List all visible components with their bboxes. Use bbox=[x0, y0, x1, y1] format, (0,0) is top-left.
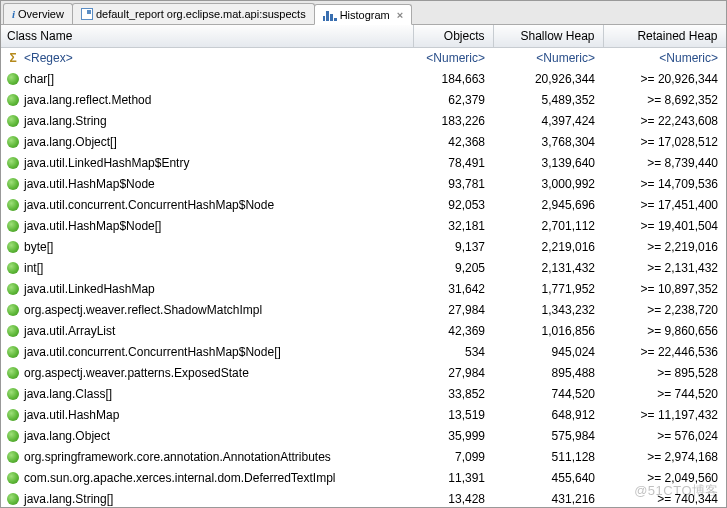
cell-retained: >= 8,692,352 bbox=[603, 90, 726, 111]
tab-histogram[interactable]: Histogram × bbox=[314, 4, 413, 25]
class-name-text: java.util.concurrent.ConcurrentHashMap$N… bbox=[24, 198, 274, 212]
col-header-retained[interactable]: Retained Heap bbox=[603, 25, 726, 48]
table-row[interactable]: byte[]9,1372,219,016>= 2,219,016 bbox=[1, 237, 726, 258]
filter-row: Σ<Regex><Numeric><Numeric><Numeric> bbox=[1, 48, 726, 69]
cell-shallow: 455,640 bbox=[493, 468, 603, 489]
class-name-text: java.util.ArrayList bbox=[24, 324, 115, 338]
cell-shallow: 3,768,304 bbox=[493, 132, 603, 153]
table-row[interactable]: java.lang.Object[]42,3683,768,304>= 17,0… bbox=[1, 132, 726, 153]
table-row[interactable]: int[]9,2052,131,432>= 2,131,432 bbox=[1, 258, 726, 279]
table-row[interactable]: java.util.HashMap13,519648,912>= 11,197,… bbox=[1, 405, 726, 426]
cell-retained: >= 17,451,400 bbox=[603, 195, 726, 216]
histogram-table-wrap: Class Name Objects Shallow Heap Retained… bbox=[1, 25, 726, 508]
class-icon bbox=[7, 157, 19, 169]
class-icon bbox=[7, 304, 19, 316]
cell-retained: >= 9,860,656 bbox=[603, 321, 726, 342]
table-row[interactable]: java.util.LinkedHashMap$Entry78,4913,139… bbox=[1, 153, 726, 174]
cell-shallow: 1,016,856 bbox=[493, 321, 603, 342]
table-row[interactable]: java.util.HashMap$Node93,7813,000,992>= … bbox=[1, 174, 726, 195]
class-icon bbox=[7, 220, 19, 232]
cell-shallow: 511,128 bbox=[493, 447, 603, 468]
cell-objects: 92,053 bbox=[413, 195, 493, 216]
cell-shallow: 895,488 bbox=[493, 363, 603, 384]
cell-shallow: 744,520 bbox=[493, 384, 603, 405]
cell-objects: 93,781 bbox=[413, 174, 493, 195]
cell-classname: byte[] bbox=[1, 237, 413, 258]
table-header-row: Class Name Objects Shallow Heap Retained… bbox=[1, 25, 726, 48]
cell-classname: com.sun.org.apache.xerces.internal.dom.D… bbox=[1, 468, 413, 489]
cell-retained: >= 11,197,432 bbox=[603, 405, 726, 426]
cell-retained: >= 2,131,432 bbox=[603, 258, 726, 279]
cell-shallow: 1,771,952 bbox=[493, 279, 603, 300]
cell-classname: org.aspectj.weaver.patterns.ExposedState bbox=[1, 363, 413, 384]
class-icon bbox=[7, 430, 19, 442]
table-row[interactable]: org.aspectj.weaver.patterns.ExposedState… bbox=[1, 363, 726, 384]
table-row[interactable]: java.util.HashMap$Node[]32,1812,701,112>… bbox=[1, 216, 726, 237]
col-header-shallow[interactable]: Shallow Heap bbox=[493, 25, 603, 48]
class-name-text: java.util.LinkedHashMap$Entry bbox=[24, 156, 189, 170]
table-row[interactable]: java.util.concurrent.ConcurrentHashMap$N… bbox=[1, 342, 726, 363]
tab-overview[interactable]: i Overview bbox=[3, 3, 73, 24]
filter-retained[interactable]: <Numeric> bbox=[603, 48, 726, 69]
cell-retained: >= 744,520 bbox=[603, 384, 726, 405]
cell-classname: char[] bbox=[1, 69, 413, 90]
tab-label: default_report org.eclipse.mat.api:suspe… bbox=[96, 8, 306, 20]
class-name-text: java.lang.String bbox=[24, 114, 107, 128]
cell-objects: 534 bbox=[413, 342, 493, 363]
cell-classname: java.util.ArrayList bbox=[1, 321, 413, 342]
class-icon bbox=[7, 136, 19, 148]
close-icon[interactable]: × bbox=[397, 9, 403, 21]
cell-objects: 35,999 bbox=[413, 426, 493, 447]
tab-default-report[interactable]: default_report org.eclipse.mat.api:suspe… bbox=[72, 3, 315, 24]
cell-classname: java.util.HashMap$Node[] bbox=[1, 216, 413, 237]
filter-classname[interactable]: Σ<Regex> bbox=[1, 48, 413, 69]
class-name-text: byte[] bbox=[24, 240, 53, 254]
cell-classname: java.lang.Object[] bbox=[1, 132, 413, 153]
class-icon bbox=[7, 388, 19, 400]
table-row[interactable]: java.util.LinkedHashMap31,6421,771,952>=… bbox=[1, 279, 726, 300]
cell-shallow: 575,984 bbox=[493, 426, 603, 447]
class-name-text: int[] bbox=[24, 261, 43, 275]
cell-shallow: 3,000,992 bbox=[493, 174, 603, 195]
cell-classname: java.util.concurrent.ConcurrentHashMap$N… bbox=[1, 195, 413, 216]
table-row[interactable]: java.lang.Object35,999575,984>= 576,024 bbox=[1, 426, 726, 447]
class-icon bbox=[7, 94, 19, 106]
table-row[interactable]: com.sun.org.apache.xerces.internal.dom.D… bbox=[1, 468, 726, 489]
cell-objects: 183,226 bbox=[413, 111, 493, 132]
cell-objects: 184,663 bbox=[413, 69, 493, 90]
table-row[interactable]: java.lang.String[]13,428431,216>= 740,34… bbox=[1, 489, 726, 509]
cell-retained: >= 10,897,352 bbox=[603, 279, 726, 300]
col-header-classname[interactable]: Class Name bbox=[1, 25, 413, 48]
document-icon bbox=[81, 8, 93, 20]
filter-label: <Regex> bbox=[24, 51, 73, 65]
table-row[interactable]: org.springframework.core.annotation.Anno… bbox=[1, 447, 726, 468]
cell-objects: 31,642 bbox=[413, 279, 493, 300]
cell-objects: 9,205 bbox=[413, 258, 493, 279]
class-name-text: java.util.HashMap$Node[] bbox=[24, 219, 161, 233]
class-icon bbox=[7, 262, 19, 274]
table-row[interactable]: java.util.ArrayList42,3691,016,856>= 9,8… bbox=[1, 321, 726, 342]
class-icon bbox=[7, 493, 19, 505]
col-header-objects[interactable]: Objects bbox=[413, 25, 493, 48]
cell-shallow: 2,131,432 bbox=[493, 258, 603, 279]
class-icon bbox=[7, 325, 19, 337]
class-name-text: org.springframework.core.annotation.Anno… bbox=[24, 450, 331, 464]
table-row[interactable]: java.util.concurrent.ConcurrentHashMap$N… bbox=[1, 195, 726, 216]
filter-shallow[interactable]: <Numeric> bbox=[493, 48, 603, 69]
table-row[interactable]: char[]184,66320,926,344>= 20,926,344 bbox=[1, 69, 726, 90]
cell-classname: java.lang.String bbox=[1, 111, 413, 132]
table-row[interactable]: java.lang.Class[]33,852744,520>= 744,520 bbox=[1, 384, 726, 405]
table-row[interactable]: java.lang.String183,2264,397,424>= 22,24… bbox=[1, 111, 726, 132]
table-row[interactable]: java.lang.reflect.Method62,3795,489,352>… bbox=[1, 90, 726, 111]
table-row[interactable]: org.aspectj.weaver.reflect.ShadowMatchIm… bbox=[1, 300, 726, 321]
class-icon bbox=[7, 115, 19, 127]
cell-classname: org.aspectj.weaver.reflect.ShadowMatchIm… bbox=[1, 300, 413, 321]
filter-objects[interactable]: <Numeric> bbox=[413, 48, 493, 69]
cell-objects: 11,391 bbox=[413, 468, 493, 489]
class-name-text: com.sun.org.apache.xerces.internal.dom.D… bbox=[24, 471, 335, 485]
cell-objects: 13,519 bbox=[413, 405, 493, 426]
class-icon bbox=[7, 283, 19, 295]
cell-classname: java.lang.reflect.Method bbox=[1, 90, 413, 111]
class-name-text: org.aspectj.weaver.patterns.ExposedState bbox=[24, 366, 249, 380]
class-name-text: java.util.HashMap bbox=[24, 408, 119, 422]
